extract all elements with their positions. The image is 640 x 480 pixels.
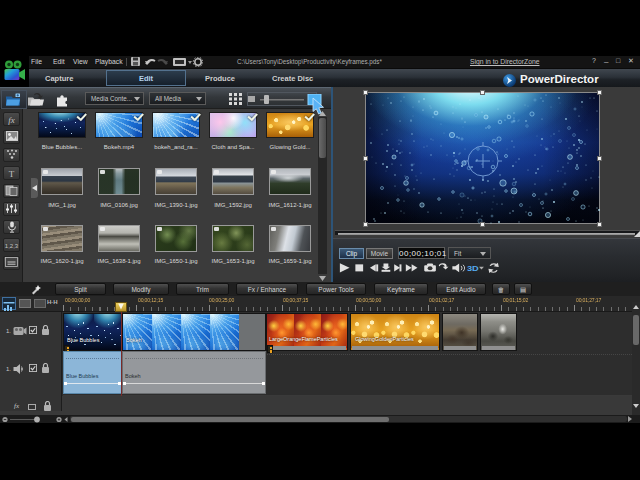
svg-text:3D: 3D <box>467 264 479 273</box>
